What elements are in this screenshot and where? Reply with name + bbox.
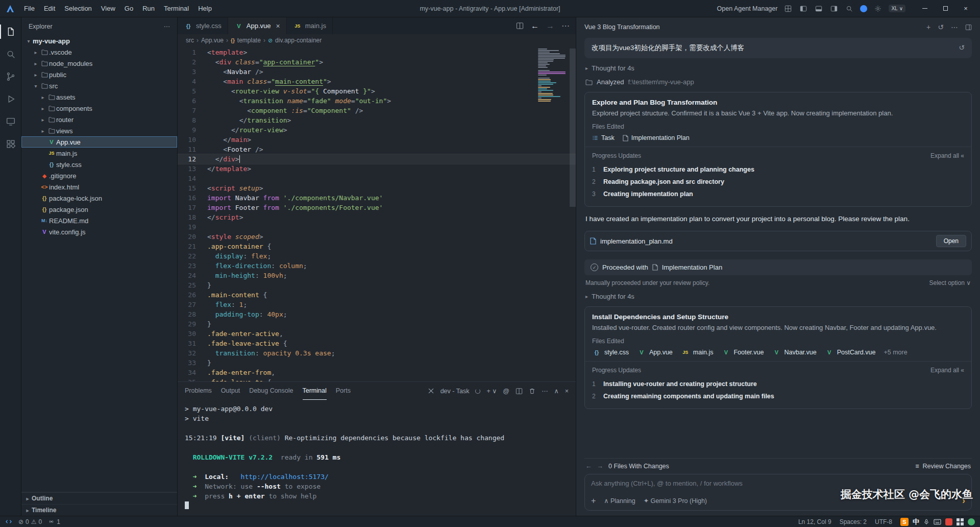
history-icon[interactable]: ↺ — [938, 23, 944, 31]
code-line[interactable]: 20<style scoped> — [178, 232, 576, 242]
chat-input[interactable]: Ask anything (Ctrl+L), @ to mention, / f… — [584, 474, 972, 511]
open-plan-button[interactable]: Open — [936, 235, 966, 247]
code-editor[interactable]: 1<template>2 <div class="app-container">… — [178, 46, 576, 381]
tree-item-router[interactable]: ▸router — [21, 114, 177, 125]
problems-indicator[interactable]: ⊘ 0 ⚠ 0 — [18, 518, 42, 525]
toggle-panel-bottom-icon[interactable] — [814, 4, 823, 13]
tab-app-vue[interactable]: VApp.vue× — [228, 17, 287, 34]
tree-item--gitignore[interactable]: ◆.gitignore — [21, 170, 177, 181]
thought-row[interactable]: ▸ Thought for 4s — [585, 293, 971, 300]
tree-item-vite-config-js[interactable]: Vvite.config.js — [21, 226, 177, 237]
open-agent-manager-button[interactable]: Open Agent Manager — [717, 5, 778, 12]
source-control-icon[interactable] — [0, 65, 21, 88]
maximize-button[interactable] — [935, 0, 955, 17]
at-mention-icon[interactable]: @ — [503, 388, 509, 395]
tab-main-js[interactable]: JSmain.js — [287, 17, 333, 34]
panel-tab-debug-console[interactable]: Debug Console — [249, 382, 293, 400]
code-line[interactable]: 35.fade-leave-to { — [178, 377, 576, 381]
plan-file-row[interactable]: implementation_plan.md Open — [584, 231, 972, 251]
code-line[interactable]: 9 </router-view> — [178, 125, 576, 135]
tree-item-my-vue-app[interactable]: ▾my-vue-app — [21, 35, 177, 46]
tree-item-app-vue[interactable]: VApp.vue — [21, 136, 177, 148]
split-terminal-icon[interactable] — [516, 388, 523, 395]
menu-view[interactable]: View — [96, 3, 120, 14]
code-line[interactable]: 32 transition: opacity 0.3s ease; — [178, 348, 576, 358]
tree-item-index-html[interactable]: <>index.html — [21, 181, 177, 193]
panel-tab-problems[interactable]: Problems — [185, 382, 212, 400]
breadcrumb-item[interactable]: src — [186, 37, 194, 44]
menu-terminal[interactable]: Terminal — [159, 3, 193, 14]
navigate-forward-icon[interactable]: → — [546, 21, 554, 31]
file-chip[interactable]: VApp.vue — [637, 349, 673, 356]
tab-style-css[interactable]: {}style.css — [178, 17, 228, 34]
analyzed-row[interactable]: Analyzed f:\testItem\my-vue-app — [585, 78, 971, 86]
code-line[interactable]: 31.fade-leave-active { — [178, 339, 576, 348]
minimap[interactable] — [538, 49, 568, 102]
menu-help[interactable]: Help — [193, 3, 216, 14]
search-icon[interactable] — [845, 4, 854, 13]
ports-indicator[interactable]: 1 — [48, 518, 60, 525]
remote-window-icon[interactable] — [0, 110, 21, 133]
new-terminal-icon[interactable]: + ∨ — [486, 387, 497, 395]
explorer-more-actions-icon[interactable]: ⋯ — [164, 22, 170, 30]
file-chip[interactable]: VPostCard.vue — [825, 349, 876, 356]
ime-grid-icon[interactable] — [957, 518, 964, 525]
next-change-icon[interactable]: → — [597, 463, 604, 470]
open-in-editor-icon[interactable] — [965, 24, 972, 31]
more-actions-icon[interactable]: ⋯ — [561, 21, 570, 31]
encoding[interactable]: UTF-8 — [875, 518, 892, 525]
panel-tab-terminal[interactable]: Terminal — [303, 382, 327, 400]
panel-tab-output[interactable]: Output — [221, 382, 240, 400]
account-badge[interactable]: XL∨ — [889, 5, 905, 12]
search-sidebar-icon[interactable] — [0, 43, 21, 65]
file-chip[interactable]: Task — [592, 134, 615, 141]
expand-all-button[interactable]: Expand all « — [930, 152, 964, 159]
run-debug-icon[interactable] — [0, 88, 21, 110]
code-line[interactable]: 22 display: flex; — [178, 251, 576, 261]
editor-scrollbar[interactable] — [570, 49, 576, 207]
extensions-icon[interactable] — [0, 133, 21, 155]
tree-item-package-lock-json[interactable]: {}package-lock.json — [21, 193, 177, 204]
code-line[interactable]: 2 <div class="app-container"> — [178, 57, 576, 67]
code-line[interactable]: 5 <router-view v-slot="{ Component }"> — [178, 86, 576, 96]
code-line[interactable]: 34.fade-enter-from, — [178, 368, 576, 377]
select-option-dropdown[interactable]: Select option ∨ — [929, 279, 971, 286]
panel-more-icon[interactable]: ⋯ — [542, 387, 548, 395]
code-line[interactable]: 28 padding-top: 40px; — [178, 309, 576, 319]
split-editor-icon[interactable] — [516, 22, 524, 30]
code-line[interactable]: 12 </div> — [178, 154, 576, 164]
code-line[interactable]: 21.app-container { — [178, 242, 576, 251]
tree-item-src[interactable]: ▾src — [21, 80, 177, 91]
code-line[interactable]: 30.fade-enter-active, — [178, 329, 576, 339]
tree-item-views[interactable]: ▸views — [21, 125, 177, 136]
agent-conversation[interactable]: 改项目为vue3初始化的脚手架，需要改成个人博客 ↺ ▸ Thought for… — [576, 37, 980, 458]
menu-go[interactable]: Go — [120, 3, 138, 14]
agent-more-icon[interactable]: ⋯ — [951, 23, 958, 31]
model-selector-dropdown[interactable]: ✦ Gemini 3 Pro (High) — [644, 497, 707, 505]
close-button[interactable]: × — [955, 0, 976, 17]
code-line[interactable]: 6 <transition name="fade" mode="out-in"> — [178, 96, 576, 106]
tree-item-readme-md[interactable]: M↓README.md — [21, 215, 177, 226]
tree-item-style-css[interactable]: {}style.css — [21, 159, 177, 170]
code-line[interactable]: 13</template> — [178, 164, 576, 174]
ime-language-indicator[interactable]: 中 — [913, 517, 919, 526]
code-line[interactable]: 17import Footer from './components/Foote… — [178, 203, 576, 212]
kill-terminal-icon[interactable] — [529, 388, 535, 395]
code-line[interactable]: 7 <component :is="Component" /> — [178, 106, 576, 115]
remote-indicator-icon[interactable] — [5, 518, 12, 525]
keyboard-icon[interactable] — [934, 519, 941, 525]
globe-icon[interactable] — [860, 5, 867, 12]
ime-tool-red-icon[interactable] — [945, 518, 952, 525]
code-line[interactable]: 26.main-content { — [178, 290, 576, 300]
proceeded-bar[interactable]: ✓ Proceeded with Implementation Plan — [584, 259, 972, 275]
mic-icon[interactable] — [923, 518, 929, 525]
code-line[interactable]: 11 <Footer /> — [178, 145, 576, 154]
cursor-position[interactable]: Ln 12, Col 9 — [798, 518, 831, 525]
code-line[interactable]: 27 flex: 1; — [178, 300, 576, 309]
breadcrumb-item[interactable]: App.vue — [201, 37, 224, 44]
layout-grid-icon[interactable] — [783, 4, 793, 13]
file-chip[interactable]: VNavbar.vue — [772, 349, 816, 356]
sogou-icon[interactable]: S — [900, 518, 909, 526]
breadcrumb-item[interactable]: div.app-container — [275, 37, 322, 44]
code-line[interactable]: 18</script> — [178, 212, 576, 222]
